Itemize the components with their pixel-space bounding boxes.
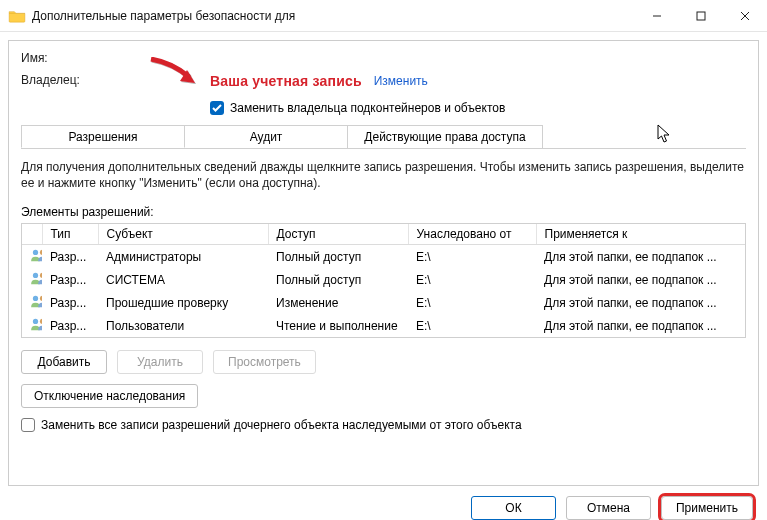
permissions-table[interactable]: Тип Субъект Доступ Унаследовано от Приме… (21, 223, 746, 338)
cell-inherited: E:\ (408, 245, 536, 269)
svg-point-5 (33, 296, 38, 301)
change-owner-link[interactable]: Изменить (374, 74, 428, 88)
table-row[interactable]: Разр...СИСТЕМАПолный доступE:\Для этой п… (22, 268, 745, 291)
add-button[interactable]: Добавить (21, 350, 107, 374)
cell-subject: Прошедшие проверку (98, 291, 268, 314)
svg-point-1 (33, 250, 38, 255)
table-header-row: Тип Субъект Доступ Унаследовано от Приме… (22, 224, 745, 245)
cell-type: Разр... (42, 268, 98, 291)
cursor-icon (657, 124, 673, 144)
replace-owner-label: Заменить владельца подконтейнеров и объе… (230, 101, 505, 115)
cancel-button[interactable]: Отмена (566, 496, 651, 520)
col-subject[interactable]: Субъект (98, 224, 268, 245)
disable-inheritance-button[interactable]: Отключение наследования (21, 384, 198, 408)
ok-button[interactable]: ОК (471, 496, 556, 520)
users-icon (22, 245, 42, 269)
cell-type: Разр... (42, 245, 98, 269)
name-row: Имя: (21, 51, 746, 65)
owner-value: Ваша учетная запись (210, 73, 362, 89)
cell-type: Разр... (42, 291, 98, 314)
title-bar: Дополнительные параметры безопасности дл… (0, 0, 767, 32)
col-access[interactable]: Доступ (268, 224, 408, 245)
cell-inherited: E:\ (408, 314, 536, 337)
permission-entries-label: Элементы разрешений: (21, 205, 746, 219)
col-applies[interactable]: Применяется к (536, 224, 745, 245)
folder-icon (8, 9, 26, 23)
checkbox-checked-icon[interactable] (210, 101, 224, 115)
col-inherited[interactable]: Унаследовано от (408, 224, 536, 245)
view-button[interactable]: Просмотреть (213, 350, 316, 374)
svg-point-7 (33, 319, 38, 324)
cell-access: Полный доступ (268, 268, 408, 291)
maximize-button[interactable] (679, 0, 723, 31)
entry-buttons-row: Добавить Удалить Просмотреть (21, 350, 746, 374)
remove-button[interactable]: Удалить (117, 350, 203, 374)
main-panel: Имя: Владелец: Ваша учетная запись Измен… (8, 40, 759, 486)
tab-bar: Разрешения Аудит Действующие права досту… (21, 125, 746, 149)
window-controls (635, 0, 767, 31)
svg-point-8 (40, 319, 42, 324)
name-label: Имя: (21, 51, 186, 65)
cell-inherited: E:\ (408, 268, 536, 291)
tab-effective-access[interactable]: Действующие права доступа (347, 125, 543, 148)
svg-point-2 (40, 250, 42, 255)
users-icon (22, 291, 42, 314)
owner-row: Владелец: Ваша учетная запись Изменить (21, 73, 746, 89)
dialog-buttons: ОК Отмена Применить (8, 486, 759, 520)
svg-rect-0 (697, 12, 705, 20)
svg-point-4 (40, 273, 42, 278)
replace-owner-row[interactable]: Заменить владельца подконтейнеров и объе… (210, 101, 746, 115)
minimize-button[interactable] (635, 0, 679, 31)
table-row[interactable]: Разр...Прошедшие проверкуИзменениеE:\Для… (22, 291, 745, 314)
svg-point-6 (40, 296, 42, 301)
cell-access: Изменение (268, 291, 408, 314)
window-title: Дополнительные параметры безопасности дл… (32, 9, 635, 23)
users-icon (22, 268, 42, 291)
checkbox-empty-icon[interactable] (21, 418, 35, 432)
owner-label: Владелец: (21, 73, 186, 87)
help-text: Для получения дополнительных сведений дв… (21, 159, 746, 191)
cell-applies: Для этой папки, ее подпапок ... (536, 245, 745, 269)
table-row[interactable]: Разр...АдминистраторыПолный доступE:\Для… (22, 245, 745, 269)
apply-button[interactable]: Применить (661, 496, 753, 520)
replace-all-label: Заменить все записи разрешений дочернего… (41, 418, 522, 432)
close-button[interactable] (723, 0, 767, 31)
col-type[interactable]: Тип (42, 224, 98, 245)
cell-subject: Администраторы (98, 245, 268, 269)
users-icon (22, 314, 42, 337)
cell-access: Полный доступ (268, 245, 408, 269)
cell-applies: Для этой папки, ее подпапок ... (536, 314, 745, 337)
replace-all-row[interactable]: Заменить все записи разрешений дочернего… (21, 418, 746, 432)
cell-applies: Для этой папки, ее подпапок ... (536, 268, 745, 291)
svg-point-3 (33, 273, 38, 278)
cell-access: Чтение и выполнение (268, 314, 408, 337)
col-icon[interactable] (22, 224, 42, 245)
table-row[interactable]: Разр...ПользователиЧтение и выполнениеE:… (22, 314, 745, 337)
cell-inherited: E:\ (408, 291, 536, 314)
cell-applies: Для этой папки, ее подпапок ... (536, 291, 745, 314)
tab-audit[interactable]: Аудит (184, 125, 348, 148)
cell-subject: Пользователи (98, 314, 268, 337)
cell-subject: СИСТЕМА (98, 268, 268, 291)
tab-permissions[interactable]: Разрешения (21, 125, 185, 148)
cell-type: Разр... (42, 314, 98, 337)
